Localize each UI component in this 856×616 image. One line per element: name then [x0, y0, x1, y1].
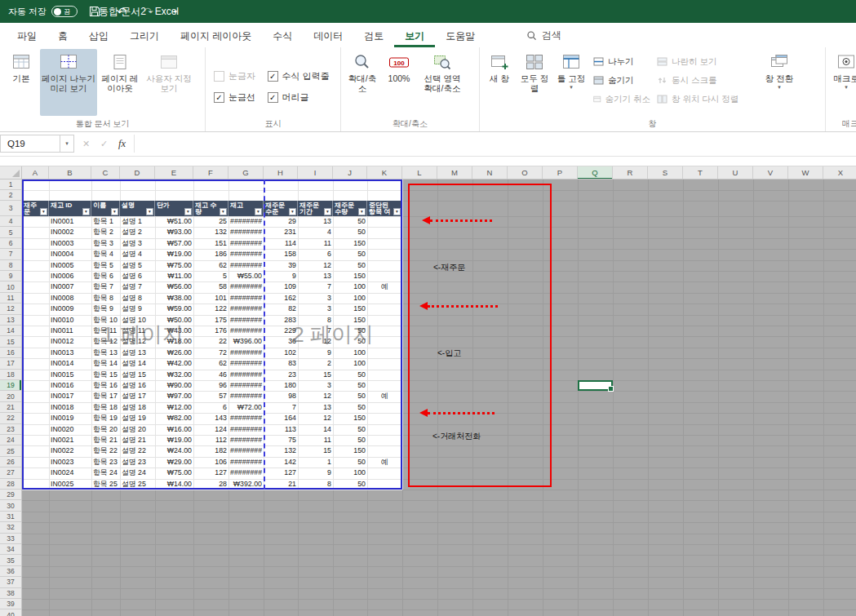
- cell[interactable]: ₩55.00: [228, 271, 264, 281]
- ribbon-tab-데이터[interactable]: 데이터: [303, 23, 353, 47]
- cell[interactable]: 100: [333, 348, 367, 358]
- column-header-U[interactable]: U: [718, 166, 753, 179]
- cell[interactable]: 124: [193, 424, 228, 435]
- cell[interactable]: 항목 23: [91, 457, 120, 468]
- cell[interactable]: 150: [333, 413, 367, 423]
- cell[interactable]: ₩12.00: [155, 402, 193, 413]
- cell[interactable]: IN0013: [49, 348, 91, 358]
- cell[interactable]: 예: [367, 391, 402, 401]
- column-header-I[interactable]: I: [298, 166, 333, 179]
- cell[interactable]: ₩72.00: [228, 402, 264, 413]
- cell[interactable]: 150: [333, 271, 367, 281]
- cell[interactable]: 설명 5: [120, 260, 155, 271]
- column-header-V[interactable]: V: [753, 166, 788, 179]
- cell[interactable]: 설명 25: [120, 479, 155, 490]
- cell[interactable]: 50: [333, 435, 367, 445]
- cell[interactable]: 항목 22: [91, 445, 120, 456]
- row-header-34[interactable]: 34: [0, 544, 21, 555]
- column-header-N[interactable]: N: [472, 166, 508, 179]
- cell[interactable]: 항목 17: [91, 391, 120, 401]
- filter-dropdown-icon[interactable]: ▾: [255, 208, 262, 215]
- name-box-dropdown[interactable]: ▾: [60, 135, 74, 153]
- table-column-header[interactable]: 재고 ID▾: [49, 201, 91, 216]
- table-column-header[interactable]: 이름▾: [91, 201, 120, 216]
- row-header-5[interactable]: 5: [0, 227, 21, 237]
- selected-cell-Q19[interactable]: [578, 380, 613, 391]
- cell[interactable]: 설명 3: [120, 238, 155, 249]
- row-header-17[interactable]: 17: [0, 358, 21, 369]
- cell[interactable]: 142: [264, 457, 298, 468]
- row-header-13[interactable]: 13: [0, 315, 21, 326]
- cell[interactable]: 25: [193, 216, 228, 227]
- row-header-33[interactable]: 33: [0, 534, 21, 544]
- cell[interactable]: 3: [298, 380, 333, 391]
- formula-input[interactable]: [134, 135, 856, 153]
- row-header-29[interactable]: 29: [0, 490, 21, 500]
- column-header-W[interactable]: W: [788, 166, 823, 179]
- column-header-G[interactable]: G: [228, 166, 264, 179]
- column-header-Q[interactable]: Q: [578, 166, 613, 179]
- filter-dropdown-icon[interactable]: ▾: [289, 208, 296, 215]
- formula-bar-checkbox[interactable]: 수식 입력줄: [268, 70, 332, 82]
- cell[interactable]: 항목 4: [91, 249, 120, 259]
- cell[interactable]: 28: [193, 479, 228, 490]
- cell[interactable]: 50: [333, 370, 367, 380]
- cell[interactable]: 114: [264, 238, 298, 249]
- cell[interactable]: ₩11.00: [155, 271, 193, 281]
- cell[interactable]: 설명 14: [120, 358, 155, 369]
- filter-dropdown-icon[interactable]: ▾: [146, 208, 153, 215]
- cell[interactable]: IN0001: [49, 216, 91, 227]
- cell[interactable]: 항목 25: [91, 479, 120, 490]
- column-header-T[interactable]: T: [683, 166, 718, 179]
- cell[interactable]: 설명 15: [120, 370, 155, 380]
- cell[interactable]: ########: [228, 413, 264, 423]
- cell[interactable]: 50: [333, 227, 367, 237]
- cell[interactable]: 2: [298, 358, 333, 369]
- confirm-entry-button[interactable]: ✓: [96, 139, 112, 149]
- column-header-A[interactable]: A: [22, 166, 49, 179]
- cell[interactable]: 50: [333, 216, 367, 227]
- cell[interactable]: 9: [298, 468, 333, 478]
- ribbon-tab-검토[interactable]: 검토: [353, 23, 394, 47]
- cell[interactable]: 설명 24: [120, 468, 155, 478]
- cell[interactable]: 75: [264, 435, 298, 445]
- cell[interactable]: 6: [193, 402, 228, 413]
- cell[interactable]: 설명 17: [120, 391, 155, 401]
- cell[interactable]: ₩56.00: [155, 281, 193, 292]
- row-header-24[interactable]: 24: [0, 435, 21, 445]
- cell[interactable]: 132: [193, 227, 228, 237]
- row-header-1[interactable]: 1: [0, 179, 21, 190]
- cell[interactable]: ₩57.00: [155, 238, 193, 249]
- row-header-10[interactable]: 10: [0, 281, 21, 292]
- search-box[interactable]: 검색: [526, 23, 561, 47]
- cell[interactable]: 23: [264, 370, 298, 380]
- cell[interactable]: ########: [228, 326, 264, 336]
- cell[interactable]: IN0019: [49, 413, 91, 423]
- cell[interactable]: 9: [264, 271, 298, 281]
- cell[interactable]: IN0002: [49, 227, 91, 237]
- cell[interactable]: 50: [333, 424, 367, 435]
- row-header-32[interactable]: 32: [0, 522, 21, 533]
- column-header-F[interactable]: F: [193, 166, 228, 179]
- column-header-R[interactable]: R: [613, 166, 648, 179]
- cell[interactable]: ₩42.00: [155, 358, 193, 369]
- ribbon-tab-페이지 레이아웃[interactable]: 페이지 레이아웃: [170, 23, 262, 47]
- cell[interactable]: ########: [228, 457, 264, 468]
- name-box[interactable]: Q19: [0, 135, 60, 153]
- ribbon-tab-보기[interactable]: 보기: [394, 23, 435, 47]
- cell[interactable]: 29: [264, 216, 298, 227]
- cell[interactable]: ########: [228, 238, 264, 249]
- cell[interactable]: IN0004: [49, 249, 91, 259]
- cell[interactable]: ₩29.00: [155, 457, 193, 468]
- cell[interactable]: 102: [264, 348, 298, 358]
- view-side-by-side-button[interactable]: 나란히 보기: [657, 54, 755, 69]
- cell[interactable]: IN0005: [49, 260, 91, 271]
- cell[interactable]: 14: [298, 424, 333, 435]
- new-window-button[interactable]: 새 창: [482, 49, 517, 116]
- cell[interactable]: ########: [228, 227, 264, 237]
- cell[interactable]: ₩16.00: [155, 424, 193, 435]
- cell[interactable]: IN0011: [49, 326, 91, 336]
- cell[interactable]: IN0017: [49, 391, 91, 401]
- row-header-39[interactable]: 39: [0, 599, 21, 609]
- cell[interactable]: 4: [298, 227, 333, 237]
